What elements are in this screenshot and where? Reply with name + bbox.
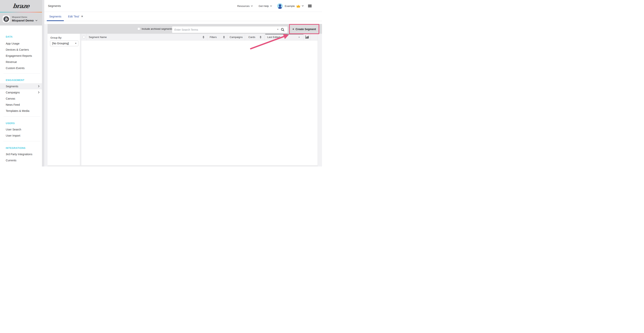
sidebar-item-currents[interactable]: Currents <box>0 157 42 163</box>
group-by-select[interactable]: [No Grouping] ▼ <box>50 41 78 46</box>
brand-header: braze <box>0 0 42 12</box>
include-archived-checkbox[interactable] <box>138 28 140 30</box>
column-empty <box>310 34 318 40</box>
divider <box>4 116 40 117</box>
user-avatar[interactable] <box>277 3 283 9</box>
table-header-row: Segment Name Filters Campaigns Cards <box>81 34 318 41</box>
chevron-down-icon[interactable] <box>302 5 304 7</box>
user-name: Example <box>284 5 295 8</box>
section-title-engagement: ENGAGEMENT <box>0 79 42 82</box>
workspace-company: Mixpanel Demo <box>12 16 38 18</box>
annotation-highlight-box: + Create Segment <box>289 24 319 34</box>
sidebar-item-devices-carriers[interactable]: Devices & Carriers <box>0 47 42 53</box>
tab-segments[interactable]: Segments <box>47 12 64 21</box>
chevron-right-icon <box>38 85 40 88</box>
select-all-checkbox[interactable] <box>82 36 85 38</box>
column-filters[interactable]: Filters <box>207 34 227 40</box>
sort-icon[interactable] <box>202 36 204 38</box>
section-title-integrations: INTEGRATIONS <box>0 146 42 150</box>
sidebar-item-user-search[interactable]: User Search <box>0 126 42 133</box>
chevron-down-icon <box>35 20 38 21</box>
hamburger-menu-icon[interactable] <box>308 5 312 7</box>
create-segment-button[interactable]: + Create Segment <box>290 25 318 33</box>
close-icon[interactable]: ✖ <box>81 15 83 18</box>
workspace-name: Mixpanel Demo <box>12 19 34 22</box>
segments-table: Segment Name Filters Campaigns Cards <box>81 34 318 165</box>
bar-chart-icon <box>305 35 309 39</box>
chevron-right-icon <box>38 91 40 94</box>
sort-icon[interactable] <box>260 36 262 38</box>
sort-icon[interactable] <box>223 36 225 38</box>
crown-icon <box>296 5 300 8</box>
segments-toolbar: Include archived segments ▾ <box>48 24 322 34</box>
column-last-edited[interactable]: Last Edited ▾ <box>265 34 304 40</box>
group-by-label: Group By: <box>50 36 62 39</box>
active-tab-underline <box>47 20 64 21</box>
sidebar-item-revenue[interactable]: Revenue <box>0 59 42 65</box>
sidebar: braze b Mixpanel Demo Mixpanel Demo DATA… <box>0 0 42 167</box>
page-title: Segments <box>48 0 61 12</box>
sidebar-item-engagement-reports[interactable]: Engagement Reports <box>0 53 42 59</box>
sidebar-item-segments[interactable]: Segments <box>0 83 42 89</box>
sidebar-item-user-import[interactable]: User Import <box>0 133 42 139</box>
column-segment-name[interactable]: Segment Name <box>86 34 207 40</box>
chevron-down-icon <box>270 5 272 7</box>
resources-menu[interactable]: Resources <box>237 5 253 8</box>
select-all-cell <box>81 34 86 40</box>
horizontal-scrollbar[interactable] <box>48 165 318 167</box>
include-archived-label: Include archived segments <box>142 24 172 34</box>
chevron-down-icon <box>251 5 253 7</box>
search-icon[interactable] <box>281 28 284 32</box>
sidebar-nav: DATA App Usage Devices & Carriers Engage… <box>0 26 42 163</box>
sidebar-scrollbar[interactable] <box>42 0 44 167</box>
caret-down-icon: ▼ <box>75 42 77 44</box>
column-analytics[interactable] <box>304 34 310 40</box>
section-title-data: DATA <box>0 35 42 39</box>
sidebar-item-3rd-party-integrations[interactable]: 3rd Party Integrations <box>0 151 42 157</box>
braze-logo: braze <box>12 3 30 10</box>
column-cards[interactable]: Cards <box>245 34 265 40</box>
tab-bar: Segments Edit 'Test' ✖ <box>44 12 322 21</box>
workspace-switcher[interactable]: b Mixpanel Demo Mixpanel Demo <box>0 13 42 26</box>
sidebar-item-templates-media[interactable]: Templates & Media <box>0 108 42 114</box>
section-title-users: USERS <box>0 122 42 125</box>
workspace-app-icon: b <box>3 16 10 23</box>
search-box: ▾ <box>172 27 288 33</box>
caret-down-icon[interactable]: ▾ <box>298 36 300 38</box>
divider <box>4 141 40 141</box>
sidebar-item-custom-events[interactable]: Custom Events <box>0 65 42 71</box>
get-help-menu[interactable]: Get Help <box>258 5 272 8</box>
top-header: Segments Resources Get Help Example <box>44 0 322 12</box>
search-dropdown-caret-icon[interactable]: ▾ <box>277 28 278 30</box>
search-input[interactable] <box>172 27 288 33</box>
divider <box>4 73 40 74</box>
sidebar-item-campaigns[interactable]: Campaigns <box>0 89 42 96</box>
sidebar-item-news-feed[interactable]: News Feed <box>0 102 42 108</box>
sidebar-item-app-usage[interactable]: App Usage <box>0 41 42 47</box>
plus-icon: + <box>292 28 294 31</box>
main-area: Segments Resources Get Help Example <box>44 0 322 167</box>
column-campaigns[interactable]: Campaigns <box>227 34 245 40</box>
group-by-panel: Group By: [No Grouping] ▼ <box>48 34 80 165</box>
tab-edit-test[interactable]: Edit 'Test' ✖ <box>66 12 86 21</box>
sidebar-item-canvas[interactable]: Canvas <box>0 96 42 102</box>
